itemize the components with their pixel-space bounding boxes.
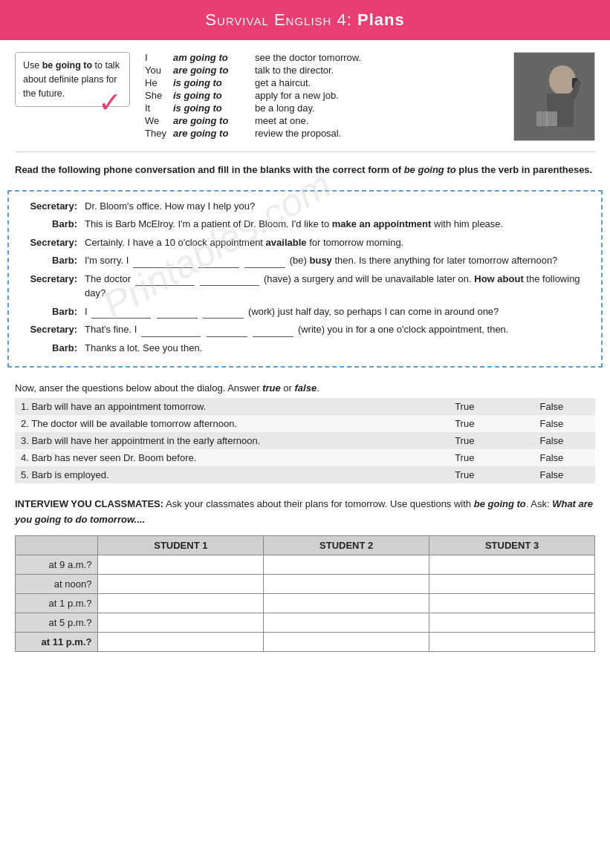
tf-row-2: 2. The doctor will be available tomorrow… [15,415,595,432]
pronoun-she: She [145,90,173,101]
verb-we: are going to [173,115,255,126]
rest-they: review the proposal. [255,128,506,139]
dialog-text-3: Certainly. I have a 10 o'clock appointme… [85,235,591,250]
pronoun-you: You [145,65,173,76]
dialog-row-7: Secretary: That's fine. I (write) you in… [19,322,591,337]
interview-section: INTERVIEW YOU CLASSMATES: Ask your class… [0,488,610,656]
blank-4c[interactable] [244,267,285,268]
verb-they: are going to [173,128,255,139]
student1-noon[interactable] [98,574,264,593]
student2-11pm[interactable] [264,632,429,651]
tf-section: Now, anser the questions below about the… [0,375,610,488]
dialog-text-6: I (work) just half day, so perhaps I can… [85,304,591,319]
section-dialog: Read the following phone conversation an… [0,157,610,190]
photo-area [513,52,595,141]
dialog-row-6: Barb: I (work) just half day, so perhaps… [19,304,591,319]
student2-noon[interactable] [264,574,429,593]
section1-instruction: Read the following phone conversation an… [15,163,595,178]
person-photo [514,52,594,141]
dialog-row-1: Secretary: Dr. Bloom's office. How may I… [19,199,591,214]
rest-it: be a long day. [255,102,506,114]
time-5pm: at 5 p.m.? [16,613,98,632]
divider-1 [15,151,595,152]
pronoun-row-he: He is going to get a haircut. [145,77,506,88]
speaker-secretary-3: Secretary: [19,272,85,301]
grid-row-11pm: at 11 p.m.? [16,632,595,651]
top-section: Use be going to to talk about definite p… [0,40,610,147]
grid-table: STUDENT 1 STUDENT 2 STUDENT 3 at 9 a.m.?… [15,535,595,652]
blank-7a[interactable] [141,336,201,337]
student1-9am[interactable] [98,555,264,574]
tf-statement-4: 4. Barb has never seen Dr. Boom before. [15,449,421,466]
student3-1pm[interactable] [429,593,595,613]
rest-i: see the doctor tomorrow. [255,52,506,63]
grid-row-noon: at noon? [16,574,595,593]
header: Survival English 4: Plans [0,0,610,40]
speaker-secretary-1: Secretary: [19,199,85,214]
student3-5pm[interactable] [429,613,595,632]
dialog-text-8: Thanks a lot. See you then. [85,341,591,356]
student2-9am[interactable] [264,555,429,574]
tf-row-4: 4. Barb has never seen Dr. Boom before. … [15,449,595,466]
tf-true-1: True [421,398,508,415]
blank-6b[interactable] [157,318,198,319]
tf-instruction: Now, anser the questions below about the… [15,382,595,394]
pronoun-row-i: I am going to see the doctor tomorrow. [145,52,506,63]
svg-line-4 [574,83,578,97]
student3-11pm[interactable] [429,632,595,651]
blank-6a[interactable] [91,318,151,319]
dialog-row-4: Barb: I'm sorry. I (be) busy then. Is th… [19,253,591,268]
dialog-text-5: The doctor (have) a surgery and will be … [85,272,591,301]
tf-row-1: 1. Barb will have an appointment tomorro… [15,398,595,415]
tf-false-1: False [508,398,595,415]
blank-6c[interactable] [203,318,244,319]
tf-statement-5: 5. Barb is employed. [15,466,421,483]
student2-1pm[interactable] [264,593,429,613]
blank-5a[interactable] [135,285,195,286]
verb-i: am going to [173,52,255,63]
verb-it: is going to [173,102,255,114]
verb-she: is going to [173,90,255,101]
rest-she: apply for a new job. [255,90,506,101]
grid-row-5pm: at 5 p.m.? [16,613,595,632]
verb-you: are going to [173,65,255,76]
tf-false-2: False [508,415,595,432]
blank-4a[interactable] [133,267,192,268]
tf-true-3: True [421,432,508,449]
time-noon: at noon? [16,574,98,593]
tf-table: 1. Barb will have an appointment tomorro… [15,398,595,483]
student1-1pm[interactable] [98,593,264,613]
rest-he: get a haircut. [255,77,506,88]
tf-true-5: True [421,466,508,483]
dialog-text-1: Dr. Bloom's office. How may I help you? [85,199,591,214]
page: Survival English 4: Plans Use be going t… [0,0,610,868]
dialog-row-3: Secretary: Certainly. I have a 10 o'cloc… [19,235,591,250]
grid-header-blank [16,535,98,555]
pronoun-table: I am going to see the doctor tomorrow. Y… [137,52,506,140]
tf-statement-2: 2. The doctor will be available tomorrow… [15,415,421,432]
grid-header-row: STUDENT 1 STUDENT 2 STUDENT 3 [16,535,595,555]
speaker-secretary-2: Secretary: [19,235,85,250]
blank-4b[interactable] [198,267,239,268]
tf-false-5: False [508,466,595,483]
speaker-barb-4: Barb: [19,341,85,356]
grid-header-student2: STUDENT 2 [264,535,429,555]
student3-noon[interactable] [429,574,595,593]
svg-point-1 [549,65,576,95]
dialog-text-2: This is Barb McElroy. I'm a patient of D… [85,217,591,232]
tf-statement-3: 3. Barb will have her appointment in the… [15,432,421,449]
blank-5b[interactable] [200,285,259,286]
tip-box: Use be going to to talk about definite p… [15,52,130,107]
time-9am: at 9 a.m.? [16,555,98,574]
checkmark-icon: ✓ [98,88,122,117]
student1-11pm[interactable] [98,632,264,651]
student3-9am[interactable] [429,555,595,574]
blank-7c[interactable] [253,336,293,337]
rest-you: talk to the director. [255,65,506,76]
student2-5pm[interactable] [264,613,429,632]
dialog-text-7: That's fine. I (write) you in for a one … [85,322,591,337]
student1-5pm[interactable] [98,613,264,632]
pronoun-it: It [145,102,173,114]
blank-7b[interactable] [207,336,247,337]
grid-row-9am: at 9 a.m.? [16,555,595,574]
